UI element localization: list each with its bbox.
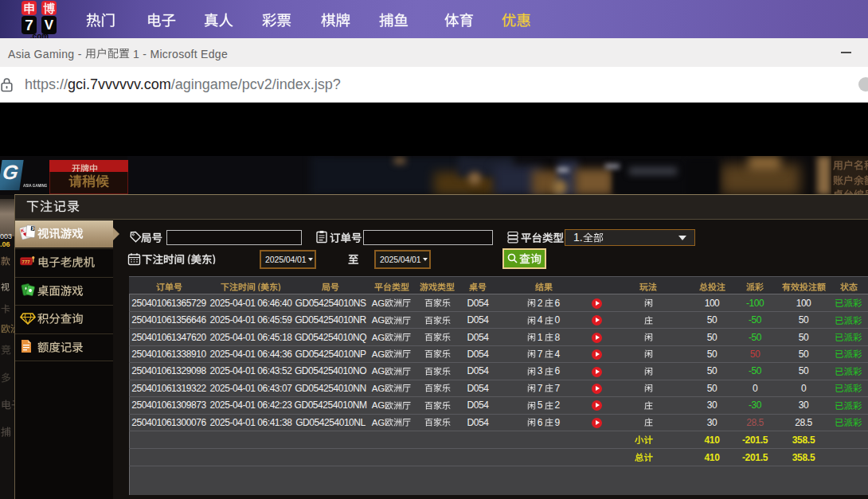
svg-text:777: 777	[22, 259, 31, 264]
svg-text:9: 9	[32, 225, 34, 230]
